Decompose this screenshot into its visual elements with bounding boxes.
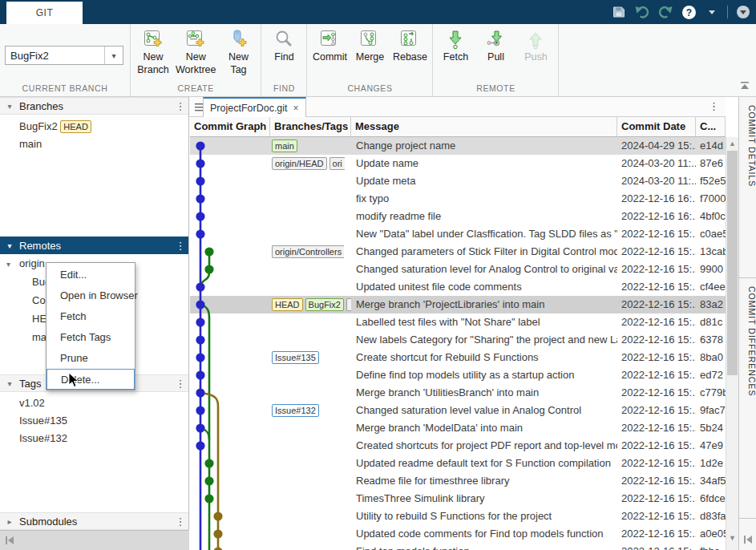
menu-item-edit[interactable]: Edit... bbox=[46, 265, 135, 285]
branch-item-main[interactable]: main bbox=[0, 135, 188, 153]
button-label: Worktree bbox=[176, 64, 216, 75]
tab-commit-differences[interactable]: COMMIT DIFFERENCES bbox=[739, 278, 756, 519]
badges-cell bbox=[270, 172, 351, 190]
commit-row[interactable]: Merge branch 'UtilitiesBranch' into main… bbox=[190, 384, 726, 402]
save-icon[interactable] bbox=[611, 4, 627, 20]
badges-cell bbox=[270, 225, 351, 243]
help-caret-icon[interactable] bbox=[704, 4, 720, 20]
commit-message: Created shortcuts for project PDF report… bbox=[351, 437, 617, 455]
section-header-submodules[interactable]: ▸Submodules⋮ bbox=[0, 512, 188, 530]
kebab-icon[interactable]: ⋮ bbox=[172, 516, 188, 528]
column-header-message[interactable]: Message bbox=[351, 117, 617, 136]
redo-icon[interactable] bbox=[657, 4, 673, 20]
commit-row[interactable]: origin/HEADoriUpdate name2024-03-20 11:.… bbox=[190, 155, 726, 172]
kebab-icon[interactable]: ⋮ bbox=[172, 100, 188, 112]
commit-row[interactable]: Issue#135Create shortcut for Rebuild S F… bbox=[190, 349, 726, 366]
commit-row[interactable]: Find top models function2022-12-16 15:..… bbox=[190, 543, 726, 550]
commit-row[interactable]: New labels Category for "Sharing" the pr… bbox=[190, 331, 726, 349]
commit-row[interactable]: mainChange project name2024-04-29 15:...… bbox=[190, 137, 726, 155]
menu-item-fetchtags[interactable]: Fetch Tags bbox=[46, 327, 135, 348]
right-strip-collapse-icon[interactable] bbox=[742, 534, 754, 545]
column-header-commit-date[interactable]: Commit Date bbox=[617, 117, 696, 136]
button-label: New bbox=[228, 51, 249, 63]
column-header-c---[interactable]: C... bbox=[696, 117, 726, 136]
commit-row[interactable]: Readme file for timesthree library2022-1… bbox=[190, 472, 726, 490]
commit-row[interactable]: modify readme file2022-12-16 16:...4bf0c bbox=[190, 208, 726, 225]
sidebar-collapse-icon[interactable] bbox=[4, 535, 15, 546]
chevron-down-icon[interactable]: ▾ bbox=[6, 256, 19, 273]
commit-row[interactable]: New "Data" label under Clasffication. Ta… bbox=[190, 225, 726, 243]
badges-cell bbox=[270, 508, 351, 525]
commit-button[interactable]: Commit bbox=[312, 24, 347, 63]
graph-cell bbox=[190, 366, 270, 384]
commit-row[interactable]: Define find top models utility as a star… bbox=[190, 366, 726, 384]
menu-item-fetch[interactable]: Fetch bbox=[46, 306, 135, 327]
badges-cell bbox=[270, 261, 351, 278]
tab-close-icon[interactable]: × bbox=[293, 103, 299, 114]
commit-row[interactable]: fix typo2022-12-16 16:...f7000 bbox=[190, 190, 726, 208]
chevron-down-icon[interactable]: ▾ bbox=[0, 379, 19, 388]
badges-cell bbox=[270, 525, 351, 543]
kebab-icon[interactable]: ⋮ bbox=[172, 378, 188, 390]
section-header-remotes[interactable]: ▾Remotes⋮ bbox=[0, 237, 188, 254]
commit-row[interactable]: Changed saturation level for Analog Cont… bbox=[190, 261, 726, 278]
remote-branch-label: Co bbox=[32, 294, 46, 306]
vertical-scrollbar[interactable]: ▲ ▼ bbox=[726, 137, 738, 550]
remote-branch-label: ma bbox=[32, 331, 46, 343]
commit-row[interactable]: Labelled test files with "Not Share" lab… bbox=[190, 313, 726, 331]
section-header-branches[interactable]: ▾Branches⋮ bbox=[0, 97, 188, 115]
toolbar: BugFix2 ▾ CURRENT BRANCH NewBranchNewWor… bbox=[0, 24, 756, 97]
commit-message: TimesThree Simulink library bbox=[351, 490, 617, 508]
branch-item-bugfix2[interactable]: BugFix2 HEAD bbox=[0, 118, 188, 135]
commit-row[interactable]: TimesThree Simulink library2022-12-16 15… bbox=[190, 490, 726, 508]
merge-button[interactable]: Merge bbox=[352, 24, 387, 63]
new-worktree-button[interactable]: NewWorktree bbox=[176, 24, 216, 75]
commit-row[interactable]: Updated code comments for Find top model… bbox=[190, 525, 726, 543]
tag-item-issue#132[interactable]: Issue#132 bbox=[0, 430, 188, 447]
chevron-right-icon[interactable]: ▸ bbox=[0, 517, 19, 526]
column-header-branches-tags[interactable]: Branches/Tags bbox=[270, 117, 351, 136]
table-kebab-icon[interactable]: ⋮ bbox=[709, 100, 719, 112]
commit-row[interactable]: Issue#132Changed saturation level value … bbox=[190, 402, 726, 419]
scroll-up-icon[interactable]: ▲ bbox=[726, 137, 738, 149]
scroll-down-icon[interactable]: ▼ bbox=[726, 532, 738, 544]
commit-row[interactable]: Merge branch 'ModelData' into main2022-1… bbox=[190, 419, 726, 437]
chevron-down-icon[interactable]: ▾ bbox=[0, 102, 19, 111]
commit-row[interactable]: HEADBugFix2Merge branch 'ProjectLibrarie… bbox=[190, 296, 726, 313]
push-icon bbox=[526, 30, 546, 50]
menu-item-openinbrowser[interactable]: Open in Browser bbox=[46, 285, 135, 306]
fetch-button[interactable]: Fetch bbox=[438, 24, 473, 63]
combobox-dropdown-icon[interactable]: ▾ bbox=[104, 47, 123, 64]
commit-row[interactable]: Update meta2024-03-20 11:...f52e5 bbox=[190, 172, 726, 190]
find-button[interactable]: Find bbox=[266, 24, 301, 63]
scrollbar-thumb[interactable] bbox=[727, 151, 738, 375]
rebase-button[interactable]: Rebase bbox=[392, 24, 427, 63]
menu-item-prune[interactable]: Prune bbox=[46, 348, 135, 369]
new-branch-button[interactable]: NewBranch bbox=[135, 24, 171, 75]
tab-commit-details[interactable]: COMMIT DETAILS bbox=[739, 97, 756, 278]
pull-button[interactable]: Pull bbox=[478, 24, 513, 63]
commit-row[interactable]: Utility to rebuild S Functions for the p… bbox=[190, 508, 726, 525]
kebab-icon[interactable]: ⋮ bbox=[172, 240, 188, 252]
current-branch-combobox[interactable]: BugFix2 ▾ bbox=[5, 46, 123, 65]
tag-item-issue#135[interactable]: Issue#135 bbox=[0, 412, 188, 430]
tab-projectfordoc[interactable]: ProjectForDoc.git × bbox=[203, 97, 306, 117]
panel-caret-icon[interactable] bbox=[735, 4, 751, 20]
commit-row[interactable]: Updated readme default text for S Functi… bbox=[190, 455, 726, 472]
commit-row[interactable]: origin/ControllersChanged parameters of … bbox=[190, 243, 726, 261]
help-icon[interactable]: ? bbox=[681, 4, 697, 20]
head-badge: HEAD bbox=[60, 120, 91, 133]
tab-git[interactable]: GIT bbox=[6, 2, 83, 24]
tag-item-v1.02[interactable]: v1.02 bbox=[0, 394, 188, 412]
undo-icon[interactable] bbox=[634, 4, 650, 20]
section-label: CREATE bbox=[135, 83, 256, 96]
new-tag-button[interactable]: NewTag bbox=[220, 24, 256, 75]
graph-cell bbox=[190, 419, 270, 437]
commit-row[interactable]: Created shortcuts for project PDF report… bbox=[190, 437, 726, 455]
document-tabstrip: ProjectForDoc.git × ⋮ bbox=[189, 97, 726, 117]
toolbar-collapse-icon[interactable] bbox=[738, 80, 751, 91]
menu-item-delete[interactable]: Delete... bbox=[46, 369, 135, 390]
chevron-down-icon[interactable]: ▾ bbox=[0, 241, 19, 250]
column-header-commit-graph[interactable]: Commit Graph bbox=[190, 117, 270, 136]
commit-row[interactable]: Updated unitest file code comments2022-1… bbox=[190, 278, 726, 296]
